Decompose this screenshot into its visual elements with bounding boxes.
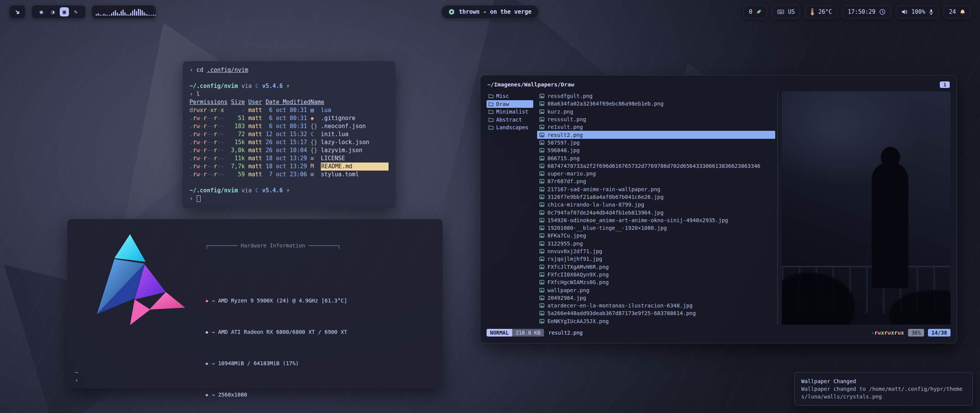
image-file-icon	[539, 164, 544, 168]
file-permissions: .rw-r--r--	[189, 163, 227, 171]
file-list-item[interactable]: 3126f7e9bbf21a8a4af0b67b041c6e26.jpg	[537, 193, 775, 201]
image-file-icon	[539, 94, 544, 98]
audio-visualizer	[91, 5, 156, 19]
file-list-item[interactable]: 87r687df.png	[537, 177, 775, 185]
file-list-item[interactable]: EeNKYgIUcAAJ5JX.png	[537, 317, 775, 325]
file-name: EeNKYgIUcAAJ5JX.png	[547, 318, 609, 324]
file-date: 6 oct 00:31	[266, 106, 310, 114]
workspace-icon[interactable]: ◑	[48, 7, 57, 16]
visualizer-bar	[103, 14, 105, 16]
file-list-item[interactable]: 3122955.png	[537, 240, 775, 247]
folder-label: Abstract	[496, 117, 522, 123]
file-name: 20492984.jpg	[547, 295, 586, 301]
file-size-badge: 218.8 KB	[512, 329, 544, 337]
sidebar-folder-item[interactable]: Landscapes	[487, 124, 533, 132]
file-list-item[interactable]: 587597.jpg	[537, 139, 775, 146]
file-list-item[interactable]: 596848.jpg	[537, 146, 775, 154]
sidebar-folder-item[interactable]: Minimalist	[487, 108, 533, 116]
ls-output: drwxr-xr-x - matt 6 oct 00:31 ▤ lua .rw-…	[189, 106, 389, 179]
temperature-label: 26°C	[818, 8, 832, 15]
keyboard-layout-label: US	[788, 8, 795, 15]
file-list-item[interactable]: 5a266e448add93deab367d87173e9f25-6837886…	[537, 309, 775, 317]
file-list-item[interactable]: nnvuv0xj2df71.jpg	[537, 247, 775, 255]
ls-row: .rw-r--r-- 51 matt 6 oct 00:31 ◆ .gitign…	[189, 114, 389, 122]
ls-row: .rw-r--r-- 15k matt 26 oct 15:17 {} lazy…	[189, 138, 389, 146]
file-name: 3122955.png	[547, 241, 583, 247]
volume-widget[interactable]: 100%	[896, 5, 939, 19]
image-file-icon	[539, 140, 544, 145]
topbar-center: thrown - on the verge	[441, 5, 539, 19]
file-list-item[interactable]: 08a634fa02a32364f69ebc86a98eb1eb.png	[537, 100, 775, 107]
tab-badge[interactable]: 1	[940, 81, 950, 88]
updates-widget[interactable]: 0	[743, 5, 767, 19]
file-list-item[interactable]: 68747470733a2f2f696d616765732d7769786d70…	[537, 162, 775, 170]
sidebar-folder-item[interactable]: Abstract	[487, 116, 533, 124]
file-list-item[interactable]: rsjqojlmjhf91.jpg	[537, 255, 775, 263]
file-list-item[interactable]: wallpaper.png	[537, 286, 775, 294]
file-name: 217167-sad-anime-rain-wallpaper.png	[547, 186, 660, 192]
microphone-icon	[929, 9, 933, 15]
file-user: matt	[248, 130, 265, 138]
file-list-item[interactable]: 19201080-__blue-tinge__-1920×1080.jpg	[537, 224, 775, 232]
breadcrumb-path: ~/Imagenes/Wallpapers/Draw	[487, 81, 574, 88]
terminal-input-line[interactable]: ›	[189, 195, 389, 203]
file-list-item[interactable]: result2.png	[537, 131, 775, 138]
image-file-icon	[539, 296, 544, 300]
file-list-item[interactable]: 0c794faf07de24a4db4d4fb1eb813964.jpg	[537, 208, 775, 216]
file-list-item[interactable]: chica-mirando-la-luna-8799.jpg	[537, 201, 775, 208]
visualizer-bar	[98, 13, 99, 16]
image-file-icon	[539, 156, 544, 161]
workspace-icon[interactable]: ◉	[37, 7, 46, 16]
file-list-item[interactable]: FXfcHgcWIAMzs0G.png	[537, 278, 775, 286]
notification-popup[interactable]: Wallpaper Changed Wallpaper changed to /…	[794, 372, 973, 406]
sidebar-folder-item[interactable]: Misc	[487, 92, 533, 100]
ls-header-size: Size	[231, 99, 245, 106]
file-list-item[interactable]: re1sult.png	[537, 123, 775, 131]
file-name: FXfcHgcWIAMzs0G.png	[547, 279, 609, 285]
file-name: 68747470733a2f2f696d616765732d7769786d70…	[547, 163, 760, 169]
file-list-item[interactable]: 217167-sad-anime-rain-wallpaper.png	[537, 185, 775, 193]
file-list-item[interactable]: FXfcII0X0AQyn9X.png	[537, 271, 775, 278]
file-list-item[interactable]: atardecer-en-la-montanas-ilustracion-634…	[537, 302, 775, 309]
file-list-item[interactable]: 20492984.jpg	[537, 294, 775, 302]
file-list-item[interactable]: FXfcJlTXgAMvH6R.png	[537, 263, 775, 271]
position-badge: 14/38	[928, 329, 951, 337]
ls-header-row: Permissions Size User Date Modified Name	[189, 98, 389, 106]
file-list-item[interactable]: ressdfgult.png	[537, 92, 775, 100]
fetch-item-icon: ▪	[205, 359, 212, 367]
file-list-item[interactable]: resssult.png	[537, 115, 775, 123]
hardware-section-header: ┌───────── Hardware Information ────────…	[205, 242, 386, 250]
temperature-widget[interactable]: 26°C	[805, 5, 837, 19]
sidebar-folder-item[interactable]: Draw	[487, 100, 533, 108]
preview-pane	[777, 91, 951, 325]
clock-widget[interactable]: 17:50:29	[843, 5, 891, 19]
file-list-item[interactable]: 866715.png	[537, 154, 775, 162]
file-list-item[interactable]: kurz.png	[537, 108, 775, 115]
notifications-widget[interactable]: 24	[944, 5, 971, 19]
launcher-button[interactable]	[9, 5, 26, 19]
visualizer-bar	[149, 15, 150, 16]
workspace-icon[interactable]: ✎	[71, 7, 80, 16]
fetch-info: ┌───────── Hardware Information ────────…	[205, 226, 386, 413]
file-list-item[interactable]: 154928-odinokoe_anime-art-anime-okno-sin…	[537, 216, 775, 224]
image-file-icon	[539, 280, 544, 285]
file-list-item[interactable]: 8FKa7Cu.jpeg	[537, 232, 775, 239]
file-permissions: .rw-r--r--	[189, 130, 227, 138]
keyboard-layout-widget[interactable]: US	[772, 5, 800, 19]
file-name: rsjqojlmjhf91.jpg	[547, 256, 602, 262]
image-file-icon	[539, 311, 544, 315]
fetch-window[interactable]: ┌───────── Hardware Information ────────…	[67, 219, 443, 389]
workspace-icon[interactable]: ▣	[60, 7, 69, 16]
file-date: 26 oct 15:17	[266, 138, 310, 146]
file-type-icon: M	[310, 163, 317, 171]
fetch-item-icon: ▪	[205, 297, 212, 305]
file-manager-window[interactable]: ~/Imagenes/Wallpapers/Draw 1 Misc	[480, 75, 957, 343]
image-file-icon	[539, 187, 544, 192]
music-widget[interactable]: thrown - on the verge	[441, 5, 539, 19]
fetch-item: ▪ → 10948MiB / 64183MiB (17%)	[205, 359, 386, 367]
fetch-shell-prompt[interactable]: ~ ›	[75, 369, 78, 384]
terminal-cursor[interactable]	[197, 195, 201, 202]
file-list-item[interactable]: super-mario.png	[537, 170, 775, 177]
image-file-icon	[539, 133, 544, 137]
terminal-window[interactable]: › cd .config/nvim ~/.config/nvim via ☾ v…	[183, 61, 395, 208]
